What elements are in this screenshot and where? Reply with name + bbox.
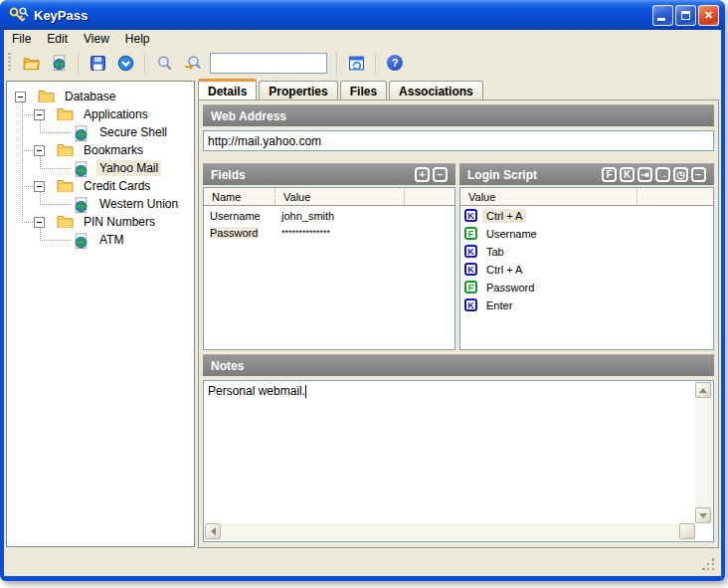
text-caret <box>305 385 306 398</box>
collapse-icon[interactable] <box>34 181 45 192</box>
notes-vertical-scrollbar[interactable] <box>695 382 712 523</box>
entry-detail-panel: Details Properties Files Associations We… <box>198 79 719 548</box>
open-folder-icon <box>23 55 40 72</box>
tree-item-label: Western Union <box>96 196 181 212</box>
script-step-label: Password <box>482 281 538 294</box>
window-body: File Edit View Help <box>4 30 721 576</box>
script-step[interactable]: F Username <box>460 225 713 242</box>
menu-file[interactable]: File <box>4 31 39 47</box>
field-row-password[interactable]: Password ************** <box>204 225 455 240</box>
tree-item-yahoo-mail[interactable]: Yahoo Mail <box>7 159 194 177</box>
keypass-logo-icon <box>8 6 30 24</box>
tree-item-database[interactable]: Database <box>7 88 194 105</box>
tree-item-credit-cards[interactable]: Credit Cards <box>7 177 194 195</box>
scroll-left-button[interactable] <box>205 523 221 539</box>
entry-icon <box>73 233 90 248</box>
minimize-icon <box>657 18 665 21</box>
script-step-label: Ctrl + A <box>482 263 526 277</box>
tree-item-label: Bookmarks <box>81 142 146 158</box>
collapse-icon[interactable] <box>34 217 45 228</box>
collapse-icon[interactable] <box>34 109 45 120</box>
folder-icon <box>57 107 74 122</box>
entry-icon <box>73 125 90 140</box>
tab-files[interactable]: Files <box>340 81 387 99</box>
tree-item-applications[interactable]: Applications <box>7 105 194 123</box>
search-input[interactable] <box>210 53 327 74</box>
menu-view[interactable]: View <box>76 31 117 47</box>
tree-item-secure-shell[interactable]: Secure Shell <box>7 123 194 141</box>
tree-item-atm[interactable]: ATM <box>7 231 194 249</box>
scroll-up-button[interactable] <box>695 382 711 398</box>
tab-details[interactable]: Details <box>198 79 257 99</box>
notes-horizontal-scrollbar[interactable] <box>205 523 695 540</box>
menu-help[interactable]: Help <box>117 31 158 47</box>
script-column-headers: Value <box>460 188 713 206</box>
insert-key-button[interactable]: K <box>620 167 635 182</box>
insert-enter-button[interactable]: → <box>655 167 670 182</box>
fields-header-label: Fields <box>211 168 246 182</box>
resize-grip[interactable] <box>702 558 715 571</box>
toolbar: ? <box>4 48 721 78</box>
web-address-input[interactable] <box>203 130 714 151</box>
scroll-down-button[interactable] <box>695 507 711 523</box>
add-field-button[interactable]: + <box>415 167 430 182</box>
minimize-button[interactable] <box>652 5 673 26</box>
collapse-icon[interactable] <box>34 145 45 156</box>
help-button[interactable]: ? <box>382 51 408 75</box>
field-row-username[interactable]: Username john_smith <box>204 208 455 223</box>
keypass-window: KeyPass ✕ File Edit View Help <box>0 0 725 581</box>
search-key-button[interactable] <box>179 51 205 75</box>
open-url-icon <box>51 55 68 72</box>
maximize-icon <box>681 11 690 20</box>
maximize-button[interactable] <box>675 5 696 26</box>
open-url-button[interactable] <box>46 51 72 75</box>
tab-properties[interactable]: Properties <box>259 81 337 99</box>
tree-item-western-union[interactable]: Western Union <box>7 195 194 213</box>
commit-button[interactable] <box>112 51 138 75</box>
script-step[interactable]: K Ctrl + A <box>460 261 713 278</box>
search-button[interactable] <box>151 51 177 75</box>
folder-icon <box>57 143 74 158</box>
notes-editor[interactable]: Personal webmail. <box>203 380 714 542</box>
remove-field-button[interactable]: − <box>433 167 448 182</box>
open-database-button[interactable] <box>18 51 44 75</box>
remove-step-button[interactable]: − <box>691 167 706 182</box>
tab-associations[interactable]: Associations <box>389 81 483 99</box>
menu-bar: File Edit View Help <box>4 30 721 48</box>
tree-item-pin-numbers[interactable]: PIN Numbers <box>7 213 194 231</box>
tree-item-label: Database <box>62 89 118 104</box>
entry-icon <box>73 197 90 212</box>
save-icon <box>90 55 106 72</box>
script-step[interactable]: F Password <box>460 279 713 295</box>
search-icon <box>156 55 173 72</box>
folder-icon <box>57 215 74 230</box>
close-button[interactable]: ✕ <box>698 5 719 26</box>
script-step[interactable]: K Ctrl + A <box>460 207 713 224</box>
key-step-icon: K <box>464 298 477 311</box>
insert-delay-button[interactable]: ◷ <box>673 167 688 182</box>
script-step[interactable]: K Enter <box>460 296 713 313</box>
menu-edit[interactable]: Edit <box>39 31 76 47</box>
login-script-header: Login Script F K ⇥ → ◷ − <box>459 163 714 185</box>
column-name[interactable]: Name <box>204 188 275 205</box>
field-step-icon: F <box>464 227 477 240</box>
login-script-list: Value K Ctrl + A F Username K <box>459 187 714 350</box>
toolbar-grip[interactable] <box>8 53 11 73</box>
autotype-button[interactable] <box>343 51 369 75</box>
notes-header-label: Notes <box>211 359 244 373</box>
arrow-left-icon <box>207 527 216 535</box>
insert-field-button[interactable]: F <box>602 167 617 182</box>
web-address-header: Web Address <box>203 104 714 126</box>
column-value[interactable]: Value <box>460 188 637 205</box>
close-icon: ✕ <box>704 9 713 22</box>
detail-tabs: Details Properties Files Associations <box>198 79 719 99</box>
collapse-icon[interactable] <box>15 92 26 102</box>
insert-tab-button[interactable]: ⇥ <box>637 167 652 182</box>
script-step[interactable]: K Tab <box>460 243 713 260</box>
script-step-label: Username <box>482 227 541 241</box>
tree-item-bookmarks[interactable]: Bookmarks <box>7 141 194 159</box>
save-button[interactable] <box>85 51 110 75</box>
scroll-right-button[interactable] <box>679 523 695 539</box>
notes-text: Personal webmail. <box>208 384 305 398</box>
column-value[interactable]: Value <box>275 188 405 205</box>
